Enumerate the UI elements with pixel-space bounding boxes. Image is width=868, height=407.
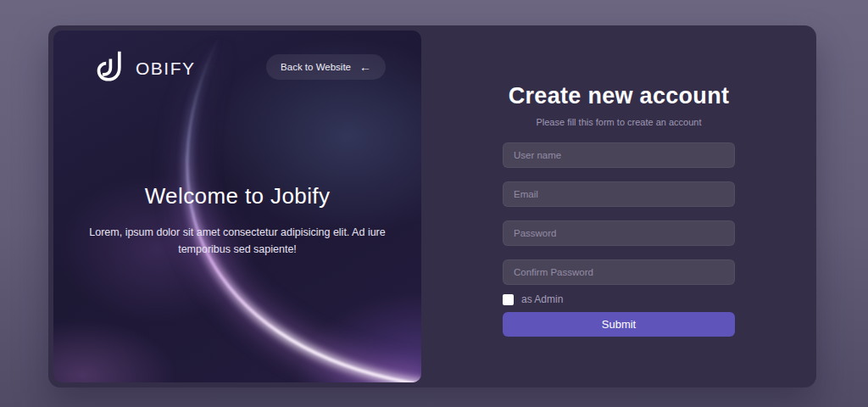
- panel-copy: Welcome to Jobify Lorem, ipsum dolor sit…: [53, 183, 421, 258]
- form-subtitle: Please fill this form to create an accou…: [536, 117, 701, 127]
- jobify-logo: OBIFY: [96, 49, 196, 85]
- signup-card: OBIFY Back to Website ← Welcome to Jobif…: [48, 25, 816, 387]
- welcome-heading: Welcome to Jobify: [53, 183, 421, 209]
- confirm-password-field[interactable]: [503, 259, 735, 285]
- admin-checkbox-row[interactable]: as Admin: [503, 293, 735, 305]
- submit-button[interactable]: Submit: [503, 312, 735, 337]
- form-title: Create new account: [509, 83, 729, 109]
- back-to-website-label: Back to Website: [281, 62, 351, 72]
- username-field[interactable]: [503, 142, 735, 168]
- admin-checkbox-label: as Admin: [521, 293, 563, 305]
- signup-form: as Admin Submit: [503, 127, 735, 337]
- panel-background-art: OBIFY Back to Website ← Welcome to Jobif…: [53, 31, 421, 382]
- signup-form-section: Create new account Please fill this form…: [421, 25, 816, 387]
- jobify-logo-wordmark: OBIFY: [136, 55, 196, 79]
- admin-checkbox[interactable]: [503, 294, 514, 305]
- back-to-website-button[interactable]: Back to Website ←: [266, 54, 386, 80]
- password-field[interactable]: [503, 220, 735, 246]
- jobify-logo-icon: [96, 49, 130, 85]
- panel-header: OBIFY Back to Website ←: [96, 49, 386, 85]
- email-field[interactable]: [503, 181, 735, 207]
- welcome-subtext: Lorem, ipsum dolor sit amet consectetur …: [80, 224, 395, 258]
- left-arrow-icon: ←: [359, 61, 371, 73]
